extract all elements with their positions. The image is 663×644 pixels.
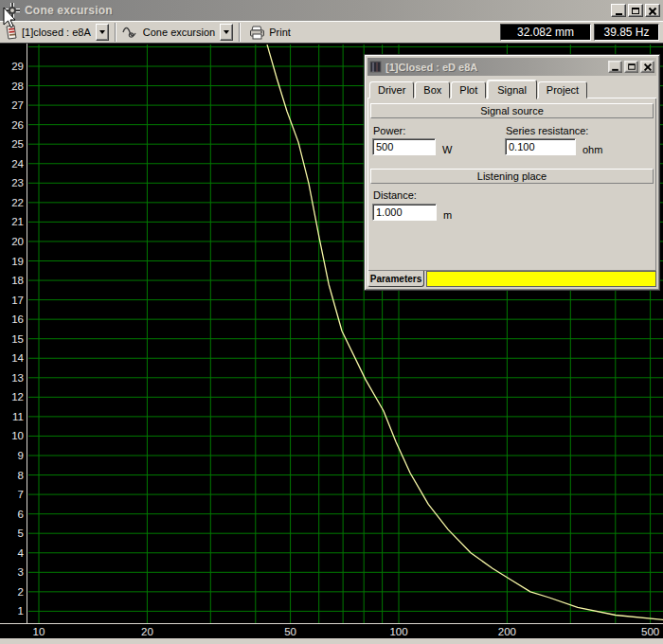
y-tick-label: 22 <box>11 197 24 208</box>
x-tick-label: 500 <box>641 626 659 637</box>
signal-source-header: Signal source <box>370 103 654 118</box>
resistance-unit: ohm <box>582 144 602 155</box>
window-bottom-edge <box>0 638 663 644</box>
mouse-cursor-icon <box>2 7 17 29</box>
y-tick-label: 8 <box>18 470 24 481</box>
print-button[interactable]: Print <box>245 23 295 42</box>
y-tick-label: 27 <box>11 99 24 111</box>
y-tick-label: 25 <box>11 138 24 150</box>
maximize-button[interactable] <box>628 4 643 17</box>
y-tick-label: 21 <box>11 216 24 227</box>
chevron-down-icon <box>99 30 105 34</box>
y-tick-label: 3 <box>18 566 24 578</box>
toolbar: [1]closed : e8A Cone excursion Print 32.… <box>0 21 663 44</box>
dialog-bottom-bar: Parameters <box>367 271 656 287</box>
y-tick-label: 4 <box>18 547 25 559</box>
y-tick-label: 29 <box>11 61 24 72</box>
printer-icon <box>249 26 265 40</box>
app-window: Cone excursion [1]closed : e8A <box>0 0 663 644</box>
maximize-icon <box>632 8 639 14</box>
chevron-down-icon <box>224 30 229 34</box>
tab-parameters[interactable]: Parameters <box>367 271 424 287</box>
y-tick-label: 12 <box>11 391 24 402</box>
project-dialog[interactable]: [1]Closed : eD e8A Driver Box Plot Signa… <box>364 54 660 291</box>
y-tick-label: 10 <box>11 430 24 441</box>
status-strip <box>426 271 656 287</box>
x-tick-label: 100 <box>389 626 407 637</box>
tab-driver[interactable]: Driver <box>369 81 414 98</box>
maximize-icon <box>628 63 636 70</box>
series-resistance-input[interactable] <box>505 138 576 155</box>
y-tick-label: 16 <box>11 313 24 325</box>
minimize-icon <box>612 69 618 71</box>
graph-selector-dropdown-button[interactable] <box>96 24 109 41</box>
listening-place-header: Listening place <box>370 169 654 184</box>
tab-plot[interactable]: Plot <box>451 81 486 98</box>
plot-type-dropdown-button[interactable] <box>220 24 233 41</box>
y-tick-label: 17 <box>11 295 24 306</box>
tab-signal[interactable]: Signal <box>487 80 537 99</box>
dialog-window-icon <box>369 61 382 73</box>
dialog-close-button[interactable] <box>640 61 654 72</box>
frequency-readout: 39.85 Hz <box>594 24 659 41</box>
series-resistance-label: Series resistance: <box>506 125 588 136</box>
y-tick-label: 7 <box>18 489 24 500</box>
y-tick-label: 2 <box>18 586 24 598</box>
close-icon <box>649 8 656 14</box>
y-tick-label: 6 <box>18 509 24 520</box>
close-button[interactable] <box>645 4 660 17</box>
distance-input[interactable] <box>372 204 437 221</box>
y-tick-label: 14 <box>11 352 24 364</box>
y-tick-label: 9 <box>18 450 24 461</box>
y-tick-label: 13 <box>11 372 24 384</box>
dialog-minimize-button[interactable] <box>608 61 621 72</box>
x-tick-label: 10 <box>33 626 45 637</box>
y-tick-label: 23 <box>11 177 24 188</box>
y-tick-label: 24 <box>11 158 24 170</box>
power-input[interactable] <box>372 138 436 155</box>
minimize-icon <box>616 13 622 15</box>
sine-wave-icon <box>122 26 139 39</box>
y-tick-label: 19 <box>11 256 24 267</box>
window-title: Cone excursion <box>25 4 113 17</box>
y-tick-label: 15 <box>11 333 24 345</box>
dialog-title-bar[interactable]: [1]Closed : eD e8A <box>367 58 656 76</box>
close-icon <box>644 63 652 70</box>
tab-project[interactable]: Project <box>538 81 587 98</box>
x-tick-label: 20 <box>141 626 153 637</box>
dialog-maximize-button[interactable] <box>624 61 637 72</box>
y-tick-label: 26 <box>11 119 24 131</box>
distance-label: Distance: <box>373 189 417 201</box>
print-label: Print <box>269 27 291 38</box>
signal-tab-panel: Signal source Power: W Series resistance… <box>367 98 656 271</box>
minimize-button[interactable] <box>611 4 626 17</box>
distance-unit: m <box>443 209 452 221</box>
y-tick-label: 5 <box>18 528 24 539</box>
plot-type-value: Cone excursion <box>143 27 215 38</box>
toolbar-separator <box>239 23 241 42</box>
graph-selector[interactable]: [1]closed : e8A <box>3 23 110 42</box>
x-tick-label: 50 <box>284 626 296 637</box>
power-unit: W <box>442 144 452 155</box>
toolbar-separator <box>115 23 116 42</box>
dialog-tabs: Driver Box Plot Signal Project <box>367 79 656 98</box>
title-bar[interactable]: Cone excursion <box>0 0 663 21</box>
y-tick-label: 28 <box>11 80 24 92</box>
plot-type-selector[interactable]: Cone excursion <box>121 23 234 42</box>
power-label: Power: <box>373 125 405 136</box>
dialog-title: [1]Closed : eD e8A <box>385 62 604 73</box>
y-tick-label: 20 <box>11 236 24 247</box>
graph-selector-value: [1]closed : e8A <box>22 27 91 38</box>
excursion-readout: 32.082 mm <box>500 24 591 41</box>
tab-box[interactable]: Box <box>415 81 450 98</box>
y-tick-label: 11 <box>12 411 24 422</box>
x-tick-label: 200 <box>498 626 516 637</box>
y-tick-label: 1 <box>18 605 24 617</box>
y-tick-label: 18 <box>11 275 24 286</box>
